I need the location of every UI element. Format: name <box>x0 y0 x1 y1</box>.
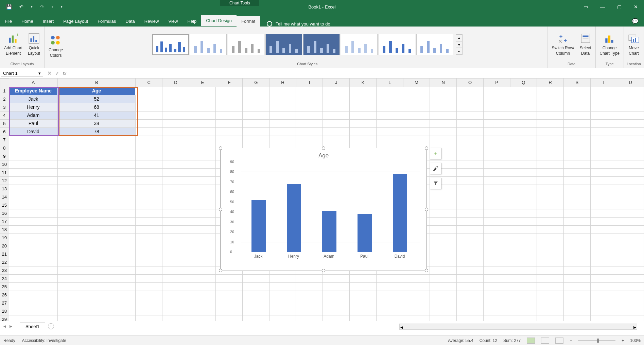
cell-D6[interactable] <box>162 128 189 136</box>
cell-U17[interactable] <box>617 218 644 226</box>
column-header-H[interactable]: H <box>269 79 296 87</box>
cell-T28[interactable] <box>591 307 617 315</box>
cell-F1[interactable] <box>216 87 243 95</box>
cell-A5[interactable]: Paul <box>9 120 58 128</box>
cell-D13[interactable] <box>162 185 189 193</box>
cell-P10[interactable] <box>484 160 510 169</box>
cell-N6[interactable] <box>430 128 457 136</box>
cell-O14[interactable] <box>457 193 484 201</box>
cell-G27[interactable] <box>243 299 269 307</box>
cell-Q28[interactable] <box>510 307 537 315</box>
cell-H7[interactable] <box>269 136 296 144</box>
cell-U11[interactable] <box>617 169 644 177</box>
cell-M4[interactable] <box>403 111 430 120</box>
cell-P22[interactable] <box>484 258 510 266</box>
cell-E25[interactable] <box>189 283 216 291</box>
cell-T15[interactable] <box>591 201 617 209</box>
cell-T23[interactable] <box>591 266 617 275</box>
cell-O15[interactable] <box>457 201 484 209</box>
cell-K28[interactable] <box>350 307 377 315</box>
embedded-chart[interactable]: Age 0102030405060708090JackHenryAdamPaul… <box>220 148 427 271</box>
cell-A13[interactable] <box>9 185 58 193</box>
cell-T12[interactable] <box>591 177 617 185</box>
cell-C16[interactable] <box>136 209 162 218</box>
cell-R28[interactable] <box>537 307 564 315</box>
cell-U6[interactable] <box>617 128 644 136</box>
cell-F28[interactable] <box>216 307 243 315</box>
cell-O8[interactable] <box>457 144 484 152</box>
cell-R7[interactable] <box>537 136 564 144</box>
cell-Q24[interactable] <box>510 275 537 283</box>
column-header-E[interactable]: E <box>189 79 216 87</box>
cell-E3[interactable] <box>189 103 216 111</box>
chart-bar-jack[interactable] <box>251 200 266 252</box>
chart-style-3[interactable] <box>228 34 264 55</box>
row-header-9[interactable]: 9 <box>0 152 9 160</box>
cell-T13[interactable] <box>591 185 617 193</box>
cell-H27[interactable] <box>269 299 296 307</box>
cell-T20[interactable] <box>591 242 617 250</box>
tell-me-search[interactable]: Tell me what you want to do <box>267 21 330 27</box>
cell-O1[interactable] <box>457 87 484 95</box>
chart-bar-henry[interactable] <box>287 184 301 252</box>
cell-S10[interactable] <box>564 160 591 169</box>
cell-B2[interactable]: 52 <box>58 95 136 103</box>
cell-U8[interactable] <box>617 144 644 152</box>
cell-C8[interactable] <box>136 144 162 152</box>
chart-elements-button[interactable]: ＋ <box>430 148 441 159</box>
cell-C14[interactable] <box>136 193 162 201</box>
cell-A19[interactable] <box>9 234 58 242</box>
cell-J6[interactable] <box>323 128 350 136</box>
cell-N4[interactable] <box>430 111 457 120</box>
row-header-22[interactable]: 22 <box>0 258 9 266</box>
cell-Q12[interactable] <box>510 177 537 185</box>
switch-row-column-button[interactable]: Switch Row/ Column <box>550 31 575 57</box>
cell-R15[interactable] <box>537 201 564 209</box>
cell-T18[interactable] <box>591 226 617 234</box>
cell-C25[interactable] <box>136 283 162 291</box>
cell-O13[interactable] <box>457 185 484 193</box>
cell-R5[interactable] <box>537 120 564 128</box>
column-header-L[interactable]: L <box>377 79 403 87</box>
close-button[interactable]: ✕ <box>628 1 644 12</box>
cell-Q25[interactable] <box>510 283 537 291</box>
cell-S28[interactable] <box>564 307 591 315</box>
cell-U16[interactable] <box>617 209 644 218</box>
cell-T17[interactable] <box>591 218 617 226</box>
cell-T5[interactable] <box>591 120 617 128</box>
cell-M24[interactable] <box>403 275 430 283</box>
row-header-8[interactable]: 8 <box>0 144 9 152</box>
cell-E11[interactable] <box>189 169 216 177</box>
cell-T25[interactable] <box>591 283 617 291</box>
row-header-5[interactable]: 5 <box>0 120 9 128</box>
resize-handle-ml[interactable] <box>219 208 222 211</box>
cell-P8[interactable] <box>484 144 510 152</box>
cell-H4[interactable] <box>269 111 296 120</box>
cell-D4[interactable] <box>162 111 189 120</box>
cell-I25[interactable] <box>296 283 323 291</box>
tab-home[interactable]: Home <box>17 16 38 27</box>
cell-E26[interactable] <box>189 291 216 299</box>
row-header-11[interactable]: 11 <box>0 169 9 177</box>
cell-Q11[interactable] <box>510 169 537 177</box>
cell-P15[interactable] <box>484 201 510 209</box>
cell-T11[interactable] <box>591 169 617 177</box>
tab-data[interactable]: Data <box>121 16 139 27</box>
cell-K6[interactable] <box>350 128 377 136</box>
cell-R1[interactable] <box>537 87 564 95</box>
cell-E18[interactable] <box>189 226 216 234</box>
cell-O5[interactable] <box>457 120 484 128</box>
cell-H2[interactable] <box>269 95 296 103</box>
chart-style-2[interactable] <box>190 34 227 55</box>
cell-P23[interactable] <box>484 266 510 275</box>
row-header-14[interactable]: 14 <box>0 193 9 201</box>
cell-A18[interactable] <box>9 226 58 234</box>
name-box-dropdown-icon[interactable]: ▾ <box>38 71 41 76</box>
cell-E23[interactable] <box>189 266 216 275</box>
cell-C27[interactable] <box>136 299 162 307</box>
cell-A25[interactable] <box>9 283 58 291</box>
cell-G6[interactable] <box>243 128 269 136</box>
move-chart-button[interactable]: Move Chart <box>627 31 641 57</box>
cell-U13[interactable] <box>617 185 644 193</box>
cell-K4[interactable] <box>350 111 377 120</box>
